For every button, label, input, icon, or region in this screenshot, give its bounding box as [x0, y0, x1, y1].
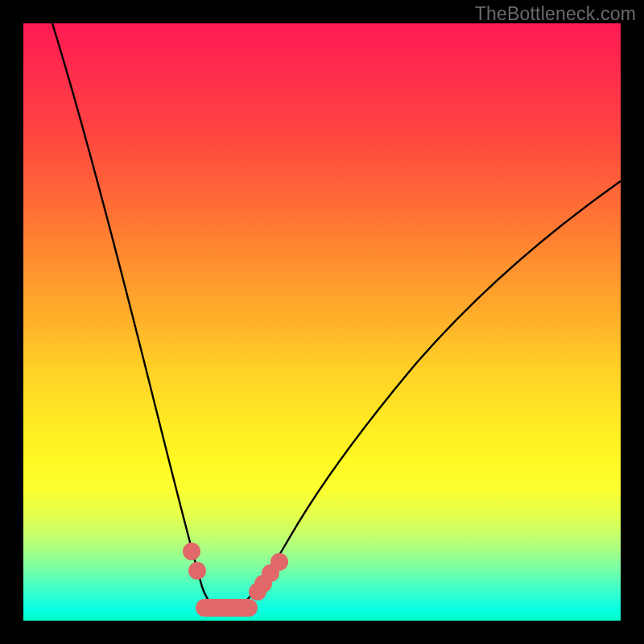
plot-area: [23, 23, 621, 621]
curve-layer: [23, 23, 621, 621]
bottleneck-curve: [52, 23, 621, 611]
marker-dot: [188, 562, 206, 580]
marker-dot: [183, 543, 200, 560]
watermark-text: TheBottleneck.com: [475, 3, 636, 25]
chart-frame: TheBottleneck.com: [0, 0, 644, 644]
marker-dot: [270, 553, 288, 571]
